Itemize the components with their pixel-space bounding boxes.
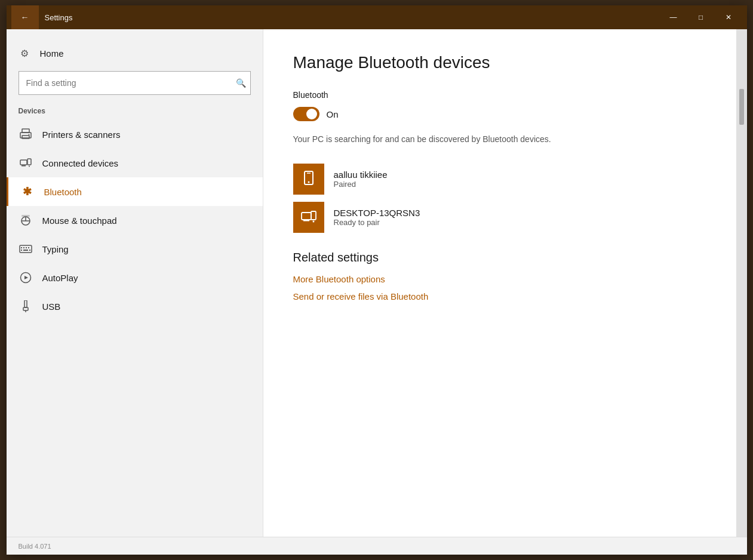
section-label: Devices (7, 107, 263, 120)
right-scrollbar (736, 29, 747, 537)
minimize-button[interactable]: — (660, 5, 687, 29)
svg-point-7 (29, 166, 30, 167)
send-receive-files-link[interactable]: Send or receive files via Bluetooth (293, 291, 706, 301)
autoplay-icon (19, 270, 33, 285)
search-box: 🔍 (19, 71, 251, 95)
device-item-1[interactable]: aalluu tikkiiee Paired (293, 164, 706, 195)
maximize-button[interactable]: □ (687, 5, 715, 29)
svg-rect-2 (22, 136, 29, 139)
toggle-label: On (327, 109, 339, 119)
sidebar-item-printers[interactable]: Printers & scanners (7, 120, 263, 149)
home-icon: ⚙ (19, 47, 30, 59)
svg-rect-15 (26, 247, 27, 248)
svg-rect-22 (24, 300, 27, 307)
back-button[interactable]: ← (11, 5, 39, 29)
close-button[interactable]: ✕ (715, 5, 742, 29)
device-name-1: aalluu tikkiiee (334, 170, 388, 180)
svg-rect-30 (311, 211, 316, 220)
svg-rect-18 (23, 250, 28, 251)
usb-icon (19, 299, 33, 313)
scrollbar-track[interactable] (739, 29, 744, 537)
related-settings-title: Related settings (293, 251, 706, 264)
main-panel: Manage Bluetooth devices Bluetooth On Yo… (263, 29, 736, 537)
device-list: aalluu tikkiiee Paired DESKTOP-13QRSN3 R… (293, 164, 706, 233)
typing-label: Typing (42, 244, 69, 254)
svg-rect-4 (20, 160, 27, 165)
printers-label: Printers & scanners (42, 130, 121, 140)
window-title: Settings (45, 13, 73, 22)
svg-rect-16 (28, 247, 29, 248)
svg-rect-17 (21, 250, 22, 251)
svg-marker-21 (24, 276, 28, 279)
bluetooth-toggle[interactable] (293, 107, 319, 121)
footer: Build 4.071 (7, 537, 747, 555)
footer-text: Build 4.071 (19, 543, 51, 550)
sidebar-item-usb[interactable]: USB (7, 292, 263, 321)
search-input[interactable] (19, 71, 251, 95)
bluetooth-status-text: Your PC is searching for and can be disc… (293, 133, 592, 146)
bluetooth-label: Bluetooth (44, 187, 82, 197)
sidebar-item-mouse[interactable]: Mouse & touchpad (7, 206, 263, 235)
svg-rect-28 (302, 213, 311, 220)
window-controls: — □ ✕ (660, 5, 742, 29)
device-icon-2 (293, 202, 324, 233)
svg-rect-12 (20, 245, 32, 253)
device-info-2: DESKTOP-13QRSN3 Ready to pair (334, 208, 420, 227)
bluetooth-icon: ✱ (20, 184, 35, 199)
svg-rect-5 (21, 165, 26, 167)
svg-rect-11 (21, 215, 30, 217)
svg-rect-29 (303, 220, 309, 221)
sidebar-item-typing[interactable]: Typing (7, 235, 263, 263)
sidebar-item-connected[interactable]: Connected devices (7, 149, 263, 177)
svg-rect-23 (23, 307, 28, 310)
device-icon-1 (293, 164, 324, 195)
toggle-knob (306, 109, 317, 119)
search-icon[interactable]: 🔍 (236, 78, 246, 88)
svg-rect-1 (22, 129, 29, 133)
typing-icon (19, 242, 33, 256)
sidebar: ⚙ Home 🔍 Devices Printers & scanners (7, 29, 263, 537)
scrollbar-thumb[interactable] (739, 89, 744, 125)
mouse-icon (19, 213, 33, 227)
device-status-1: Paired (334, 180, 388, 189)
titlebar: ← Settings — □ ✕ (7, 5, 747, 29)
svg-point-31 (312, 221, 314, 223)
mouse-label: Mouse & touchpad (42, 216, 117, 226)
connected-label: Connected devices (42, 158, 119, 168)
svg-rect-14 (23, 247, 24, 248)
content-area: ⚙ Home 🔍 Devices Printers & scanners (7, 29, 747, 537)
home-nav-item[interactable]: ⚙ Home (7, 41, 263, 65)
device-info-1: aalluu tikkiiee Paired (334, 170, 388, 189)
connected-icon (19, 156, 33, 170)
svg-point-26 (308, 181, 309, 183)
sidebar-item-bluetooth[interactable]: ✱ Bluetooth (7, 177, 263, 206)
home-label: Home (40, 48, 64, 59)
bluetooth-section-label: Bluetooth (293, 90, 706, 100)
svg-rect-19 (29, 250, 30, 251)
autoplay-label: AutoPlay (42, 273, 78, 283)
device-item-2[interactable]: DESKTOP-13QRSN3 Ready to pair (293, 202, 706, 233)
svg-rect-13 (21, 247, 22, 248)
page-title: Manage Bluetooth devices (293, 53, 706, 72)
settings-window: ← Settings — □ ✕ ⚙ Home 🔍 Devices (7, 5, 747, 555)
usb-label: USB (42, 301, 61, 312)
printers-icon (19, 127, 33, 141)
device-status-2: Ready to pair (334, 218, 420, 227)
bluetooth-toggle-row: On (293, 107, 706, 121)
svg-rect-6 (27, 159, 31, 165)
more-bluetooth-options-link[interactable]: More Bluetooth options (293, 274, 706, 284)
svg-point-3 (28, 134, 29, 136)
sidebar-item-autoplay[interactable]: AutoPlay (7, 263, 263, 292)
device-name-2: DESKTOP-13QRSN3 (334, 208, 420, 218)
